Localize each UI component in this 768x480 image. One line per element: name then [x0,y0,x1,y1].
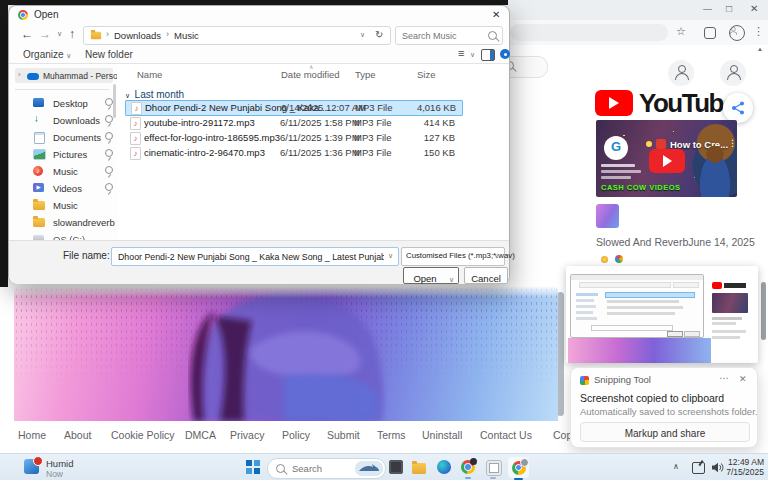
nav-forward-icon[interactable]: → [39,27,51,41]
taskbar-clock[interactable]: 12:49 AM 7/15/2025 [718,457,764,478]
video-thumbnail[interactable]: G How to Cre... ⋮ CASH COW VIDEOS [596,120,737,197]
breadcrumb-bar[interactable]: › Downloads › Music ∨ ↻ [83,26,391,45]
view-mode-icon[interactable]: ≡ [458,47,464,59]
start-button[interactable] [246,460,260,474]
footer-link-dmca[interactable]: DMCA [185,429,216,441]
markup-share-button[interactable]: Markup and share [580,422,750,442]
tray-chevron-icon[interactable]: ∧ [673,462,679,471]
file-row[interactable]: ♪ effect-for-logo-intro-186595.mp3 6/11/… [125,131,461,145]
chrome-badge [470,458,477,465]
sidebar-item-music[interactable]: ♪ Music [15,164,113,179]
file-size: 127 KB [395,132,455,143]
sidebar-scrollbar-thumb[interactable] [113,84,116,118]
cancel-button[interactable]: Cancel [464,267,508,284]
dialog-search-box[interactable] [395,26,503,45]
file-list: Name ∧ Date modified Type Size ∨ Last mo… [117,64,507,242]
view-mode-dropdown-icon[interactable]: ∨ [470,51,475,59]
toast-close-icon[interactable]: ✕ [739,374,747,384]
taskbar-search-input[interactable] [290,461,354,476]
breadcrumb-dropdown-icon[interactable]: ∨ [360,31,365,39]
preview-pane-icon[interactable] [481,49,495,61]
breadcrumb-folder-icon [91,32,101,40]
group-chevron-icon: ∨ [125,92,130,99]
nav-up-icon[interactable]: ↑ [69,27,75,41]
sidebar-label: Downloads [53,115,100,126]
refresh-icon[interactable]: ↻ [375,29,383,40]
sidebar-divider [15,89,109,90]
caption-avatar[interactable] [596,204,619,228]
footer-link-home[interactable]: Home [18,429,46,441]
filename-input[interactable] [116,249,386,264]
footer-link-policy[interactable]: Policy [282,429,310,441]
footer-link-terms[interactable]: Terms [377,429,406,441]
footer-link-privacy[interactable]: Privacy [230,429,264,441]
organize-button[interactable]: Organize ∨ [23,49,71,60]
sidebar-item-pictures[interactable]: Pictures [15,147,113,162]
maximize-icon[interactable]: □ [726,3,732,14]
tray-device-icon[interactable] [692,462,705,474]
info-icon[interactable] [500,49,510,59]
sidebar-item-desktop[interactable]: Desktop [15,96,113,111]
sidebar-item-videos[interactable]: ▶ Videos [15,181,113,196]
sidebar-item-slowandreverb[interactable]: slowandreverb [15,215,113,230]
dialog-close-icon[interactable]: ✕ [492,9,500,20]
mini-yt-line-3 [712,330,746,333]
open-button[interactable]: Open [403,267,447,284]
mini-row-3 [607,306,683,309]
column-header-date[interactable]: Date modified [281,69,340,80]
caption-channel[interactable]: Slowed And Reverb [596,236,688,248]
tab-groups-icon[interactable] [704,27,716,39]
group-label: Last month [135,89,184,100]
footer-link-submit[interactable]: Submit [327,429,360,441]
sidebar-item-documents[interactable]: Documents [15,130,113,145]
footer-link-uninstall[interactable]: Uninstall [422,429,462,441]
search-highlight-image[interactable] [355,461,383,476]
pin-icon [105,115,113,123]
footer-link-cookie-policy[interactable]: Cookie Policy [111,429,175,441]
open-split-dropdown[interactable]: ∨ [445,267,459,284]
page-scroll-up-icon[interactable]: ▲ [757,46,763,52]
sidebar-item-os-drive[interactable]: OS (C:) [15,232,113,240]
mini-cancel-button [684,331,700,337]
sidebar-item-onedrive[interactable]: › Muhammad - Personal [15,68,113,83]
nav-back-icon[interactable]: ← [21,27,33,41]
app-icon-editor[interactable] [486,460,502,476]
nav-history-dropdown-icon[interactable]: ∨ [57,30,62,38]
taskbar-search[interactable] [267,458,386,479]
sidebar-item-downloads[interactable]: ↑ Downloads [15,113,113,128]
column-header-name[interactable]: Name [137,69,162,80]
hero-person-silhouette [134,286,464,421]
window-close-icon[interactable]: ✕ [750,3,758,14]
bookmark-star-icon[interactable]: ☆ [676,25,686,38]
breadcrumb-item-downloads[interactable]: Downloads [114,30,161,41]
toast-more-icon[interactable]: … [719,370,729,381]
omnibox[interactable] [510,24,668,41]
breadcrumb-item-music[interactable]: Music [174,30,199,41]
page-scrollbar-thumb[interactable] [761,282,766,340]
filename-dropdown-icon[interactable]: ∨ [388,252,393,260]
footer-link-contact-us[interactable]: Contact Us [480,429,532,441]
mini-row-2 [607,300,679,303]
app-icon-edge[interactable] [437,460,451,474]
filetype-combobox[interactable]: Customised Files (*.mp3;*.wav) ∨ [401,247,505,266]
weather-widget[interactable]: Humid Now [20,456,100,479]
column-header-type[interactable]: Type [355,69,376,80]
onedrive-chevron-icon[interactable]: › [18,70,21,79]
filename-combobox[interactable]: ∨ [111,247,399,266]
inner-scrollbar-thumb[interactable] [557,292,564,416]
column-header-size[interactable]: Size [417,69,435,80]
file-row[interactable]: ♪ cinematic-intro-2-96470.mp3 6/11/2025 … [125,146,461,160]
file-row-selected[interactable]: ♪ Dhoor Pendi-2 New Punjabi Song _ Kaka … [125,100,463,116]
sidebar-item-music-folder[interactable]: Music [15,198,113,213]
new-folder-button[interactable]: New folder [85,49,133,60]
page-emoji-icon-1 [601,256,608,263]
browser-menu-kebab-icon[interactable]: ⋮ [753,25,764,38]
minimize-icon[interactable]: — [703,4,712,14]
file-date: 6/11/2025 1:58 PM [280,117,360,128]
dialog-search-input[interactable] [400,28,486,43]
active-app-tile[interactable] [508,457,529,478]
app-icon-photos[interactable] [389,460,403,474]
taskbar-search-icon [276,464,285,473]
file-row[interactable]: ♪ youtube-intro-291172.mp3 6/11/2025 1:5… [125,116,461,130]
footer-link-about[interactable]: About [64,429,91,441]
